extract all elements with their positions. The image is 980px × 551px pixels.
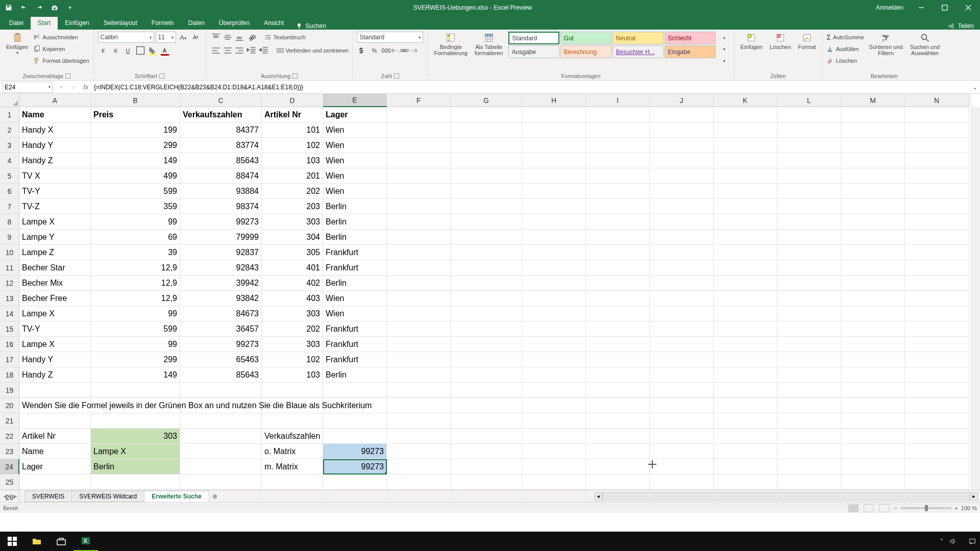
row-header-7[interactable]: 7 <box>0 199 19 214</box>
cell-M12[interactable] <box>841 276 905 291</box>
cell-M17[interactable] <box>841 352 905 367</box>
row-header-25[interactable]: 25 <box>0 474 19 490</box>
share-icon[interactable] <box>948 22 955 30</box>
cell-M25[interactable] <box>841 474 905 490</box>
cell-J20[interactable] <box>650 398 714 413</box>
cell-I4[interactable] <box>586 153 650 168</box>
cell-B26[interactable] <box>91 490 180 505</box>
cell-C24[interactable] <box>180 459 262 474</box>
cell-L4[interactable] <box>777 153 841 168</box>
cell-K18[interactable] <box>714 367 777 383</box>
cell-N5[interactable] <box>905 168 969 184</box>
cell-F23[interactable] <box>387 444 451 459</box>
decrease-decimal-icon[interactable]: .00→.0 <box>404 45 415 56</box>
cell-N25[interactable] <box>905 474 969 490</box>
cell-A6[interactable]: TV-Y <box>19 184 91 199</box>
cell-I12[interactable] <box>586 276 650 291</box>
cell-N4[interactable] <box>905 153 969 168</box>
cell-B8[interactable]: 99 <box>91 214 180 230</box>
cell-J8[interactable] <box>650 214 714 230</box>
cell-D21[interactable] <box>262 413 323 429</box>
cell-J19[interactable] <box>650 383 714 398</box>
cell-L25[interactable] <box>777 474 841 490</box>
cell-L22[interactable] <box>777 429 841 444</box>
cell-L7[interactable] <box>777 199 841 214</box>
number-format-combo[interactable]: Standard▾ <box>357 32 423 43</box>
cell-H10[interactable] <box>522 245 586 260</box>
cell-K10[interactable] <box>714 245 777 260</box>
cell-L2[interactable] <box>777 122 841 138</box>
decrease-font-icon[interactable]: A▾ <box>190 32 202 43</box>
cell-D12[interactable]: 402 <box>262 276 323 291</box>
clear-button[interactable]: Löschen <box>826 55 864 66</box>
cell-C6[interactable]: 93884 <box>180 184 262 199</box>
zoom-in-icon[interactable]: + <box>954 505 958 511</box>
cell-M4[interactable] <box>841 153 905 168</box>
cell-D8[interactable]: 303 <box>262 214 323 230</box>
cell-J22[interactable] <box>650 429 714 444</box>
cell-G25[interactable] <box>451 474 522 490</box>
row-header-23[interactable]: 23 <box>0 444 19 459</box>
cell-N2[interactable] <box>905 122 969 138</box>
cell-K2[interactable] <box>714 122 777 138</box>
cell-N19[interactable] <box>905 383 969 398</box>
cell-M19[interactable] <box>841 383 905 398</box>
cell-M18[interactable] <box>841 367 905 383</box>
cell-G10[interactable] <box>451 245 522 260</box>
cell-F12[interactable] <box>387 276 451 291</box>
zoom-out-icon[interactable]: − <box>894 505 897 511</box>
cell-B9[interactable]: 69 <box>91 230 180 245</box>
cell-K6[interactable] <box>714 184 777 199</box>
name-box[interactable]: E24▾ <box>2 82 53 93</box>
cell-K9[interactable] <box>714 230 777 245</box>
format-cells-button[interactable]: Format <box>796 32 818 51</box>
cell-A10[interactable]: Lampe Z <box>19 245 91 260</box>
redo-icon[interactable] <box>34 2 45 13</box>
cell-J11[interactable] <box>650 260 714 276</box>
cell-J24[interactable] <box>650 459 714 474</box>
cell-G4[interactable] <box>451 153 522 168</box>
wrap-text-button[interactable]: Textumbruch <box>264 32 306 43</box>
cell-M15[interactable] <box>841 321 905 337</box>
cell-B15[interactable]: 599 <box>91 321 180 337</box>
cell-E9[interactable]: Berlin <box>323 230 387 245</box>
cell-H20[interactable] <box>522 398 586 413</box>
cell-L8[interactable] <box>777 214 841 230</box>
cell-E3[interactable]: Wien <box>323 138 387 153</box>
cell-K3[interactable] <box>714 138 777 153</box>
store-icon[interactable] <box>49 532 74 551</box>
cell-G21[interactable] <box>451 413 522 429</box>
sort-filter-button[interactable]: AZSortieren und Filtern <box>867 32 905 57</box>
cell-L23[interactable] <box>777 444 841 459</box>
cell-D7[interactable]: 203 <box>262 199 323 214</box>
row-header-26[interactable]: 26 <box>0 490 19 505</box>
cell-D4[interactable]: 103 <box>262 153 323 168</box>
cell-H25[interactable] <box>522 474 586 490</box>
cell-H7[interactable] <box>522 199 586 214</box>
sign-in-link[interactable]: Anmelden <box>870 4 910 11</box>
fill-color-button[interactable] <box>147 45 158 56</box>
cell-I20[interactable] <box>586 398 650 413</box>
cell-D24[interactable]: m. Matrix <box>262 459 323 474</box>
col-header-F[interactable]: F <box>387 94 451 107</box>
cell-B5[interactable]: 499 <box>91 168 180 184</box>
cell-J5[interactable] <box>650 168 714 184</box>
cell-K22[interactable] <box>714 429 777 444</box>
styles-scroll-down[interactable]: ▾ <box>719 43 730 55</box>
cell-B25[interactable] <box>91 474 180 490</box>
cell-A21[interactable] <box>19 413 91 429</box>
cell-D26[interactable] <box>262 490 323 505</box>
minimize-button[interactable] <box>910 0 933 15</box>
cell-C26[interactable] <box>180 490 262 505</box>
cell-E17[interactable]: Frankfurt <box>323 352 387 367</box>
cell-N13[interactable] <box>905 291 969 306</box>
col-header-A[interactable]: A <box>19 94 91 107</box>
alignment-dialog-launcher[interactable] <box>292 73 298 79</box>
cell-E13[interactable]: Wien <box>323 291 387 306</box>
cell-style-schlecht[interactable]: Schlecht <box>665 32 716 44</box>
cell-H14[interactable] <box>522 306 586 321</box>
cell-M23[interactable] <box>841 444 905 459</box>
cell-J15[interactable] <box>650 321 714 337</box>
cell-B19[interactable] <box>91 383 180 398</box>
cell-I24[interactable] <box>586 459 650 474</box>
